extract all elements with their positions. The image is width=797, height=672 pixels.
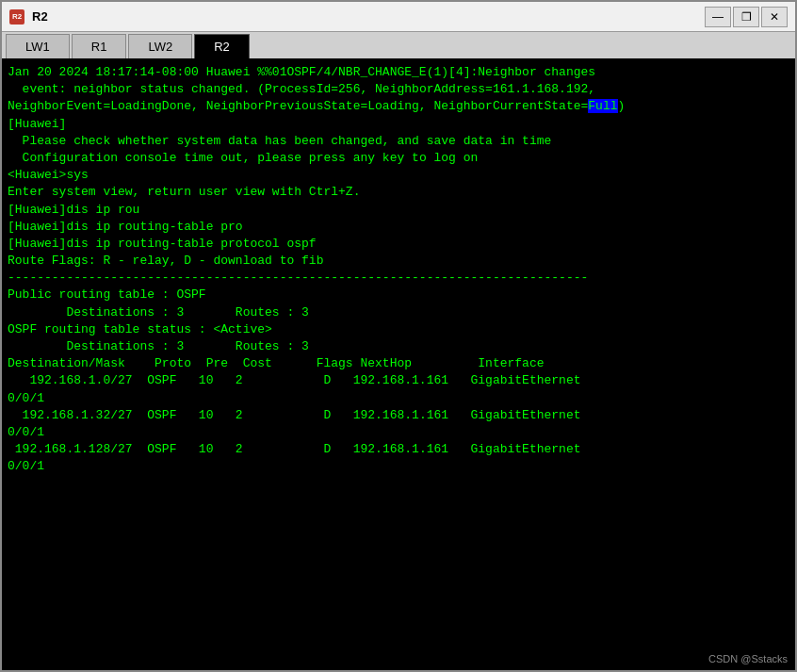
terminal-line: <Huawei>sys — [8, 167, 789, 184]
terminal-line: Destinations : 3 Routes : 3 — [8, 338, 789, 355]
window-icon: R2 — [9, 9, 24, 25]
terminal-output[interactable]: Jan 20 2024 18:17:14-08:00 Huawei %%01OS… — [2, 60, 795, 670]
window-controls: — ❐ ✕ — [705, 7, 788, 27]
terminal-line: Please check whether system data has bee… — [8, 133, 789, 150]
terminal-line: [Huawei]dis ip rou — [8, 202, 789, 219]
terminal-line: Public routing table : OSPF — [8, 287, 789, 303]
terminal-line: 0/0/1 — [8, 424, 789, 441]
terminal-line: [Huawei]dis ip routing-table pro — [8, 219, 789, 236]
terminal-line: 0/0/1 — [8, 458, 789, 475]
terminal-line: Destination/Mask Proto Pre Cost Flags Ne… — [8, 355, 789, 372]
terminal-line: 192.168.1.32/27 OSPF 10 2 D 192.168.1.16… — [8, 407, 789, 424]
tab-lw2[interactable]: LW2 — [128, 34, 192, 58]
terminal-line: [Huawei] — [8, 116, 789, 133]
terminal-line: Enter system view, return user view with… — [8, 184, 789, 201]
restore-button[interactable]: ❐ — [733, 7, 759, 27]
terminal-line: Route Flags: R - relay, D - download to … — [8, 253, 789, 270]
terminal-line: NeighborEvent=LoadingDone, NeighborPrevi… — [8, 98, 789, 115]
tab-r1[interactable]: R1 — [72, 34, 127, 58]
highlighted-text: Full — [588, 99, 617, 113]
terminal-line: event: neighbor status changed. (Process… — [8, 81, 789, 98]
terminal-line: ----------------------------------------… — [8, 270, 789, 287]
terminal-line: [Huawei]dis ip routing-table protocol os… — [8, 236, 789, 253]
main-window: R2 R2 — ❐ ✕ LW1 R1 LW2 R2 Jan 20 2024 18… — [0, 0, 797, 672]
terminal-wrapper: Jan 20 2024 18:17:14-08:00 Huawei %%01OS… — [2, 60, 795, 670]
terminal-line: 0/0/1 — [8, 390, 789, 407]
tab-lw1[interactable]: LW1 — [6, 34, 70, 58]
close-button[interactable]: ✕ — [761, 7, 788, 27]
terminal-line: Jan 20 2024 18:17:14-08:00 Huawei %%01OS… — [8, 64, 789, 81]
title-bar: R2 R2 — ❐ ✕ — [2, 2, 795, 32]
minimize-button[interactable]: — — [705, 7, 731, 27]
terminal-line: Destinations : 3 Routes : 3 — [8, 304, 789, 321]
terminal-line: OSPF routing table status : <Active> — [8, 321, 789, 338]
tab-r2[interactable]: R2 — [194, 34, 250, 58]
terminal-line: Configuration console time out, please p… — [8, 150, 789, 167]
terminal-line: 192.168.1.128/27 OSPF 10 2 D 192.168.1.1… — [8, 441, 789, 458]
terminal-line: 192.168.1.0/27 OSPF 10 2 D 192.168.1.161… — [8, 372, 789, 389]
tabs-bar: LW1 R1 LW2 R2 — [2, 32, 795, 60]
window-title: R2 — [32, 9, 701, 24]
